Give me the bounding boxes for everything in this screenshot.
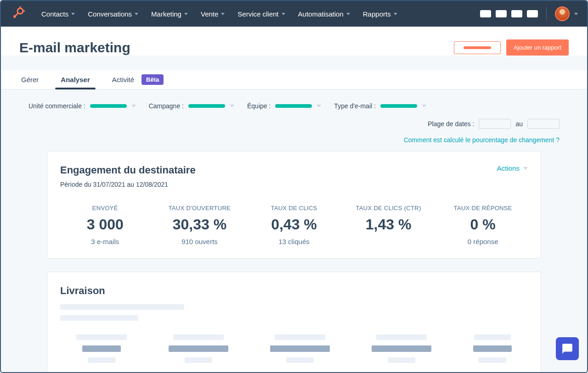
chevron-down-icon: [131, 105, 136, 107]
hubspot-logo-icon[interactable]: [10, 6, 25, 21]
chevron-down-icon[interactable]: [574, 13, 578, 15]
chevron-down-icon: [282, 13, 285, 15]
date-to-input[interactable]: [527, 119, 560, 129]
filter-campaign[interactable]: Campagne :: [149, 102, 234, 110]
chevron-down-icon: [317, 105, 321, 107]
nav-automatisation[interactable]: Automatisation: [293, 6, 356, 22]
stat-clics: TAUX DE CLICS 0,43 % 13 cliqués: [249, 205, 339, 245]
delivery-card: Livraison: [47, 272, 541, 373]
help-link[interactable]: Comment est calculé le pourcentage de ch…: [1, 136, 587, 151]
nav-util-4[interactable]: [527, 10, 538, 17]
chat-icon: [561, 343, 573, 355]
chevron-down-icon: [184, 13, 188, 15]
nav-contacts[interactable]: Contacts: [36, 6, 80, 22]
secondary-button[interactable]: [454, 41, 501, 54]
chevron-down-icon: [394, 13, 397, 15]
page-title: E-mail marketing: [19, 40, 130, 56]
svg-line-2: [16, 13, 18, 16]
nav-service-client[interactable]: Service client: [232, 6, 290, 22]
stat-ctr: TAUX DE CLICS (CTR) 1,43 %: [344, 205, 434, 245]
skeleton-loader: [60, 304, 528, 321]
date-from-input[interactable]: [479, 119, 511, 129]
nav-vente[interactable]: Vente: [195, 6, 230, 22]
tabs: Gérer Analyser Activité Bêta: [1, 70, 587, 89]
nav-links: Contacts Conversations Marketing Vente S…: [36, 6, 480, 22]
filters-bar: Unité commerciale : Campagne : Équipe : …: [1, 89, 587, 136]
divider: [546, 7, 547, 21]
engagement-card: Engagement du destinataire Période du 31…: [47, 151, 541, 259]
filter-team[interactable]: Équipe :: [247, 102, 321, 110]
nav-marketing[interactable]: Marketing: [146, 6, 193, 22]
nav-rapports[interactable]: Rapports: [357, 6, 403, 22]
chevron-down-icon: [523, 167, 528, 170]
chat-fab[interactable]: [556, 337, 579, 360]
tab-gerer[interactable]: Gérer: [19, 70, 40, 89]
nav-util-2[interactable]: [496, 10, 507, 17]
nav-conversations[interactable]: Conversations: [82, 6, 144, 22]
chevron-down-icon: [71, 13, 75, 15]
engagement-period: Période du 31/07/2021 au 12/08/2021: [60, 181, 196, 188]
tab-activite[interactable]: Activité: [110, 70, 136, 89]
chevron-down-icon: [422, 105, 426, 107]
tab-analyser[interactable]: Analyser: [59, 70, 91, 89]
nav-util-3[interactable]: [511, 10, 522, 17]
filter-date-range: Plage de dates : au: [428, 119, 560, 129]
skeleton-stats: [60, 334, 528, 363]
chevron-down-icon: [221, 13, 225, 15]
add-report-button[interactable]: Ajouter un rapport: [506, 39, 569, 56]
delivery-title: Livraison: [60, 285, 528, 297]
page-header: E-mail marketing Ajouter un rapport: [1, 27, 587, 56]
chevron-down-icon: [346, 13, 350, 15]
top-nav: Contacts Conversations Marketing Vente S…: [1, 1, 587, 27]
stat-reponse: TAUX DE RÉPONSE 0 % 0 réponse: [438, 205, 528, 245]
chevron-down-icon: [230, 105, 234, 107]
nav-util-1[interactable]: [480, 10, 491, 17]
stats-row: ENVOYÉ 3 000 3 e-mails TAUX D'OUVERTURE …: [60, 205, 528, 245]
filter-email-type[interactable]: Type d'e-mail :: [334, 102, 426, 110]
beta-badge: Bêta: [141, 74, 164, 85]
nav-right: [480, 6, 578, 21]
engagement-title: Engagement du destinataire: [60, 164, 196, 176]
actions-dropdown[interactable]: Actions: [497, 164, 528, 172]
avatar[interactable]: [555, 6, 570, 21]
stat-envoye: ENVOYÉ 3 000 3 e-mails: [60, 205, 150, 245]
chevron-down-icon: [135, 13, 138, 15]
stat-ouverture: TAUX D'OUVERTURE 30,33 % 910 ouverts: [155, 205, 245, 245]
filter-business-unit[interactable]: Unité commerciale :: [28, 102, 136, 110]
